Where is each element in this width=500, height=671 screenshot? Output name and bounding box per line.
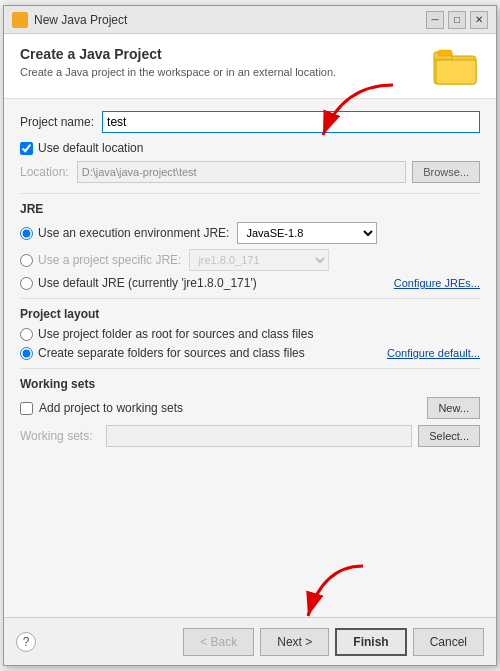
layout-section: Project layout Use project folder as roo… <box>20 307 480 360</box>
header-text: Create a Java Project Create a Java proj… <box>20 46 336 78</box>
jre-option2-radio[interactable] <box>20 254 33 267</box>
layout-option2-row: Create separate folders for sources and … <box>20 346 480 360</box>
dialog-header: Create a Java Project Create a Java proj… <box>4 34 496 99</box>
svg-rect-4 <box>436 60 476 84</box>
jre-option3-label[interactable]: Use default JRE (currently 'jre1.8.0_171… <box>38 276 257 290</box>
layout-section-label: Project layout <box>20 307 480 321</box>
configure-defaults-link[interactable]: Configure default... <box>387 347 480 359</box>
location-row: Location: Browse... <box>20 161 480 183</box>
svg-rect-5 <box>438 50 452 56</box>
window-title: New Java Project <box>34 13 127 27</box>
working-sets-section: Working sets Add project to working sets… <box>20 377 480 447</box>
back-button[interactable]: < Back <box>183 628 254 656</box>
main-window: New Java Project ─ □ ✕ Create a Java Pro… <box>3 5 497 666</box>
location-label: Location: <box>20 165 69 179</box>
layout-option1-row: Use project folder as root for sources a… <box>20 327 480 341</box>
help-icon[interactable]: ? <box>16 632 36 652</box>
jre-option1-dropdown[interactable]: JavaSE-1.8 JavaSE-11 JavaSE-17 <box>237 222 377 244</box>
title-bar: New Java Project ─ □ ✕ <box>4 6 496 34</box>
svg-point-0 <box>18 14 23 19</box>
jre-section-label: JRE <box>20 202 480 216</box>
working-sets-input[interactable] <box>106 425 412 447</box>
select-button[interactable]: Select... <box>418 425 480 447</box>
location-input[interactable] <box>77 161 406 183</box>
use-default-location-label[interactable]: Use default location <box>38 141 143 155</box>
next-button[interactable]: Next > <box>260 628 329 656</box>
project-name-row: Project name: <box>20 111 480 133</box>
jre-option2-dropdown[interactable]: jre1.8.0_171 <box>189 249 329 271</box>
maximize-button[interactable]: □ <box>448 11 466 29</box>
project-name-input[interactable] <box>102 111 480 133</box>
add-working-sets-checkbox[interactable] <box>20 402 33 415</box>
add-working-sets-label[interactable]: Add project to working sets <box>39 401 183 415</box>
help-area: ? <box>16 632 36 652</box>
use-default-location-checkbox[interactable] <box>20 142 33 155</box>
jre-section: JRE Use an execution environment JRE: Ja… <box>20 202 480 290</box>
window-icon <box>12 12 28 28</box>
configure-jres-link[interactable]: Configure JREs... <box>394 277 480 289</box>
jre-option2-label[interactable]: Use a project specific JRE: <box>38 253 181 267</box>
project-name-label: Project name: <box>20 115 94 129</box>
layout-option2-radio[interactable] <box>20 347 33 360</box>
default-location-row: Use default location <box>20 141 480 155</box>
new-button[interactable]: New... <box>427 397 480 419</box>
working-sets-section-label: Working sets <box>20 377 480 391</box>
svg-rect-1 <box>18 20 23 25</box>
divider-2 <box>20 298 480 299</box>
form-area: Project name: Use default location Locat… <box>4 99 496 617</box>
layout-option2-label[interactable]: Create separate folders for sources and … <box>38 346 305 360</box>
jre-option1-radio[interactable] <box>20 227 33 240</box>
finish-button[interactable]: Finish <box>335 628 406 656</box>
jre-option3-row: Use default JRE (currently 'jre1.8.0_171… <box>20 276 480 290</box>
minimize-button[interactable]: ─ <box>426 11 444 29</box>
layout-option1-radio[interactable] <box>20 328 33 341</box>
footer-buttons: < Back Next > Finish Cancel <box>183 628 484 656</box>
divider-3 <box>20 368 480 369</box>
add-working-sets-row: Add project to working sets New... <box>20 397 480 419</box>
browse-button[interactable]: Browse... <box>412 161 480 183</box>
folder-icon <box>432 46 480 88</box>
jre-option1-row: Use an execution environment JRE: JavaSE… <box>20 222 480 244</box>
working-sets-label: Working sets: <box>20 429 92 443</box>
close-button[interactable]: ✕ <box>470 11 488 29</box>
layout-option1-label[interactable]: Use project folder as root for sources a… <box>38 327 313 341</box>
dialog-title: Create a Java Project <box>20 46 336 62</box>
title-bar-left: New Java Project <box>12 12 127 28</box>
working-sets-input-row: Working sets: Select... <box>20 425 480 447</box>
dialog-footer: ? < Back Next > Finish Cancel <box>4 617 496 665</box>
jre-option2-row: Use a project specific JRE: jre1.8.0_171 <box>20 249 480 271</box>
title-bar-controls: ─ □ ✕ <box>426 11 488 29</box>
cancel-button[interactable]: Cancel <box>413 628 484 656</box>
jre-option1-label[interactable]: Use an execution environment JRE: <box>38 226 229 240</box>
divider-1 <box>20 193 480 194</box>
dialog-subtitle: Create a Java project in the workspace o… <box>20 66 336 78</box>
jre-option3-radio[interactable] <box>20 277 33 290</box>
